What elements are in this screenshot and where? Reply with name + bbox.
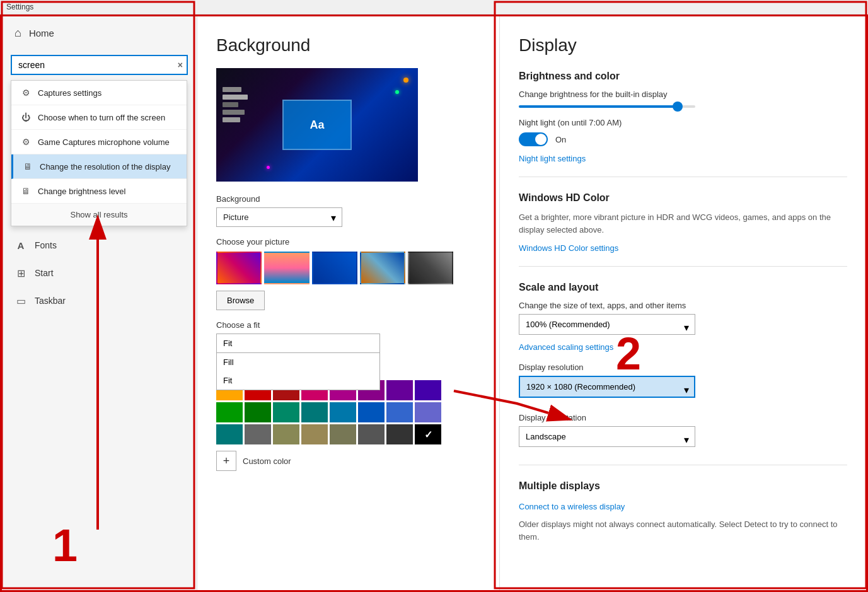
picture-thumb-4[interactable] bbox=[360, 252, 405, 284]
decorative-lines bbox=[223, 87, 248, 122]
scale-dropdown[interactable]: 100% (Recommended) 125% 150% bbox=[519, 314, 695, 335]
show-all-results[interactable]: Show all results bbox=[11, 204, 187, 226]
sidebar: ⌂ Home × ⚙ Captures settings ⏻ Choose wh… bbox=[2, 16, 197, 590]
scale-label: Change the size of text, apps, and other… bbox=[519, 301, 847, 310]
sidebar-item-fonts[interactable]: A Fonts bbox=[2, 231, 197, 259]
dropdown-item-screenoff[interactable]: ⏻ Choose when to turn off the screen bbox=[11, 105, 187, 130]
brightness-thumb[interactable] bbox=[673, 102, 683, 112]
color-swatch-6[interactable] bbox=[386, 380, 413, 400]
night-light-settings-link[interactable]: Night light settings bbox=[519, 154, 586, 163]
power-icon: ⏻ bbox=[20, 112, 32, 123]
display-resolution-label: Display resolution bbox=[519, 363, 847, 372]
search-clear-button[interactable]: × bbox=[178, 60, 183, 70]
search-input[interactable] bbox=[11, 55, 188, 75]
color-swatch-9[interactable] bbox=[245, 402, 271, 422]
picture-thumb-5[interactable] bbox=[408, 252, 453, 284]
background-title: Background bbox=[216, 35, 480, 55]
orientation-dropdown-wrapper: Landscape Portrait Landscape (flipped) P… bbox=[519, 426, 695, 452]
color-swatch-14[interactable] bbox=[386, 402, 413, 422]
gear-icon-2: ⚙ bbox=[20, 136, 32, 148]
color-swatch-22[interactable] bbox=[386, 424, 413, 444]
fit-input[interactable] bbox=[216, 334, 380, 353]
night-light-label: Night light (on until 7:00 AM) bbox=[519, 118, 622, 127]
background-select[interactable]: Picture Solid color Slideshow bbox=[216, 207, 342, 227]
monitor-icon: 🖥 bbox=[22, 161, 33, 172]
color-swatch-20[interactable] bbox=[330, 424, 356, 444]
plus-button[interactable]: + bbox=[216, 451, 236, 471]
color-swatch-11[interactable] bbox=[301, 402, 328, 422]
fit-option-fill[interactable]: Fill bbox=[217, 353, 379, 371]
color-swatch-7[interactable] bbox=[415, 380, 441, 400]
orientation-dropdown[interactable]: Landscape Portrait Landscape (flipped) P… bbox=[519, 426, 695, 447]
choose-fit-label: Choose a fit bbox=[216, 320, 480, 330]
windows-hd-color-heading: Windows HD Color bbox=[519, 192, 847, 204]
display-title: Display bbox=[519, 35, 847, 55]
color-swatch-10[interactable] bbox=[273, 402, 299, 422]
monitor-icon-2: 🖥 bbox=[20, 185, 32, 197]
brightness-label: Change brightness for the built-in displ… bbox=[519, 90, 847, 99]
night-light-toggle[interactable] bbox=[519, 132, 548, 146]
sidebar-label-taskbar: Taskbar bbox=[35, 296, 66, 306]
color-swatch-17[interactable] bbox=[245, 424, 271, 444]
sidebar-item-taskbar[interactable]: ▭ Taskbar bbox=[2, 287, 197, 315]
resolution-dropdown-wrapper: 1920 × 1080 (Recommended) 1280 × 720 160… bbox=[519, 376, 695, 403]
color-swatch-23[interactable] bbox=[415, 424, 441, 444]
color-swatch-15[interactable] bbox=[415, 402, 441, 422]
fit-option-fit[interactable]: Fit bbox=[217, 371, 379, 390]
pictures-grid bbox=[216, 252, 480, 284]
background-select-wrapper: Picture Solid color Slideshow bbox=[216, 207, 342, 227]
windows-hd-color-link[interactable]: Windows HD Color settings bbox=[519, 243, 618, 253]
fit-section: Choose a fit Fill Fit bbox=[216, 320, 480, 353]
sidebar-label-start: Start bbox=[35, 268, 54, 278]
picture-thumb-1[interactable] bbox=[216, 252, 262, 284]
dropdown-label-captures: Captures settings bbox=[38, 88, 101, 98]
background-preview: Aa bbox=[216, 68, 418, 182]
advanced-scaling-link[interactable]: Advanced scaling settings bbox=[519, 342, 613, 352]
brightness-color-heading: Brightness and color bbox=[519, 71, 847, 82]
monitor-mockup: Aa bbox=[282, 100, 352, 150]
color-swatch-13[interactable] bbox=[358, 402, 385, 422]
night-light-on-label: On bbox=[555, 135, 566, 144]
dropdown-label-gamecapture: Game Captures microphone volume bbox=[38, 137, 170, 147]
resolution-dropdown[interactable]: 1920 × 1080 (Recommended) 1280 × 720 160… bbox=[519, 376, 695, 398]
picture-thumb-2[interactable] bbox=[264, 252, 310, 284]
sidebar-item-start[interactable]: ⊞ Start bbox=[2, 259, 197, 287]
sidebar-label-fonts: Fonts bbox=[35, 240, 57, 250]
brightness-slider[interactable] bbox=[519, 105, 695, 108]
picture-thumb-3[interactable] bbox=[312, 252, 357, 284]
dropdown-item-brightness[interactable]: 🖥 Change brightness level bbox=[11, 179, 187, 204]
fit-input-wrapper: Fill Fit bbox=[216, 334, 380, 353]
right-panel: Display Brightness and color Change brig… bbox=[500, 16, 866, 590]
title-bar-label: Settings bbox=[6, 3, 33, 11]
night-light-toggle-row: On bbox=[519, 132, 847, 146]
sidebar-home-label: Home bbox=[29, 28, 54, 38]
sidebar-item-home[interactable]: ⌂ Home bbox=[2, 16, 197, 50]
fonts-icon: A bbox=[14, 239, 27, 252]
choose-picture-label: Choose your picture bbox=[216, 237, 480, 247]
dropdown-label-resolution: Change the resolution of the display bbox=[40, 162, 170, 171]
color-swatch-18[interactable] bbox=[273, 424, 299, 444]
color-swatch-19[interactable] bbox=[301, 424, 328, 444]
dropdown-item-resolution[interactable]: 🖥 Change the resolution of the display bbox=[11, 154, 187, 179]
brightness-fill bbox=[519, 105, 678, 108]
home-icon: ⌂ bbox=[14, 26, 21, 40]
dropdown-item-captures[interactable]: ⚙ Captures settings bbox=[11, 81, 187, 105]
color-swatch-21[interactable] bbox=[358, 424, 385, 444]
search-container: × ⚙ Captures settings ⏻ Choose when to t… bbox=[2, 50, 197, 80]
color-swatch-8[interactable] bbox=[216, 402, 243, 422]
connect-wireless-link[interactable]: Connect to a wireless display bbox=[519, 502, 625, 511]
scale-layout-heading: Scale and layout bbox=[519, 282, 847, 293]
windows-hd-color-desc: Get a brighter, more vibrant picture in … bbox=[519, 211, 847, 236]
multiple-displays-desc: Older displays might not always connect … bbox=[519, 518, 847, 543]
divider-2 bbox=[519, 266, 847, 267]
divider-1 bbox=[519, 177, 847, 177]
dropdown-item-gamecapture[interactable]: ⚙ Game Captures microphone volume bbox=[11, 130, 187, 154]
color-swatch-16[interactable] bbox=[216, 424, 243, 444]
custom-color-label: Custom color bbox=[243, 456, 291, 466]
divider-3 bbox=[519, 465, 847, 465]
color-swatch-12[interactable] bbox=[330, 402, 356, 422]
custom-color-row[interactable]: + Custom color bbox=[216, 451, 480, 471]
fit-dropdown: Fill Fit bbox=[216, 353, 380, 390]
browse-button[interactable]: Browse bbox=[216, 291, 265, 310]
night-light-row: Night light (on until 7:00 AM) bbox=[519, 118, 847, 127]
